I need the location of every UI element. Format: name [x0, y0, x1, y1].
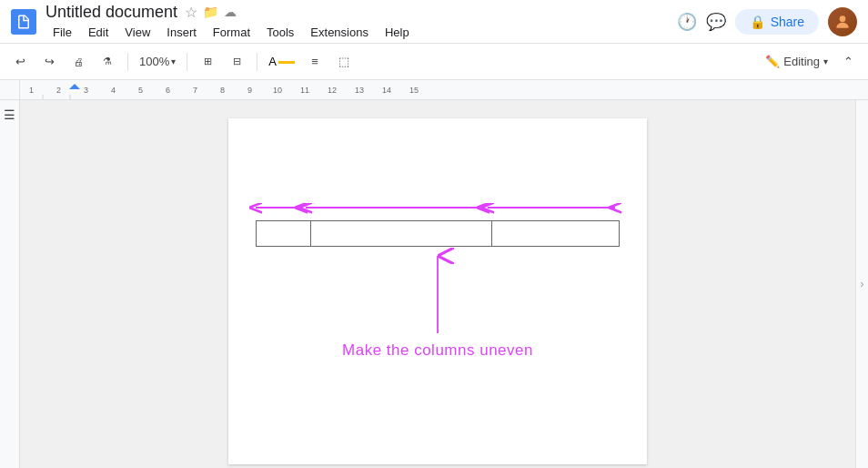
highlight-color-bar [278, 61, 295, 64]
editing-pencil-icon: ✏️ [765, 55, 780, 68]
toolbar-divider-3 [257, 53, 257, 71]
doc-title[interactable]: Untitled document [45, 3, 177, 22]
page: Make the columns uneven [228, 118, 647, 464]
menu-help[interactable]: Help [378, 24, 417, 41]
print-button[interactable]: 🖨 [66, 49, 91, 75]
doc-title-row: Untitled document ☆ 📁 ☁ [45, 3, 677, 22]
highlight-button[interactable]: A [265, 55, 298, 68]
menu-extensions[interactable]: Extensions [303, 24, 376, 41]
folder-icon[interactable]: 📁 [203, 5, 218, 19]
title-bar: Untitled document ☆ 📁 ☁ File Edit View I… [0, 0, 868, 44]
svg-text:7: 7 [193, 86, 197, 95]
share-button[interactable]: 🔒 Share [735, 9, 819, 35]
cloud-icon[interactable]: ☁ [224, 5, 237, 19]
svg-marker-19 [69, 84, 80, 89]
svg-text:8: 8 [220, 86, 225, 95]
menu-format[interactable]: Format [206, 24, 257, 41]
menu-insert[interactable]: Insert [159, 24, 204, 41]
svg-text:6: 6 [166, 86, 170, 95]
editing-chevron: ▾ [823, 56, 828, 66]
toolbar-divider-1 [127, 53, 128, 71]
svg-text:5: 5 [138, 86, 143, 95]
ruler: 1 2 3 4 5 6 7 8 9 10 11 12 13 14 15 [0, 80, 868, 100]
svg-text:11: 11 [300, 86, 309, 95]
svg-text:2: 2 [56, 86, 61, 95]
svg-text:15: 15 [409, 86, 419, 95]
comments-icon[interactable]: 💬 [706, 12, 726, 32]
svg-text:13: 13 [355, 86, 364, 95]
doc-view-button[interactable]: ⊞ [195, 49, 220, 75]
annotation-area: Make the columns uneven [256, 191, 620, 360]
table-cell-2 [310, 221, 491, 247]
avatar[interactable] [828, 7, 857, 36]
layout-button[interactable]: ⊟ [224, 49, 249, 75]
svg-text:10: 10 [273, 86, 282, 95]
undo-button[interactable]: ↩ [7, 49, 33, 75]
lock-icon: 🔒 [750, 15, 765, 29]
doc-table [256, 220, 620, 247]
doc-area: Make the columns uneven [20, 100, 855, 468]
menu-edit[interactable]: Edit [81, 24, 116, 41]
collapse-button[interactable]: ⌃ [835, 49, 861, 75]
svg-point-0 [840, 15, 846, 22]
toolbar-divider-2 [187, 53, 187, 71]
redo-button[interactable]: ↪ [36, 49, 62, 75]
zoom-value: 100% [139, 55, 169, 68]
up-arrow-svg [419, 247, 456, 338]
editing-mode-selector[interactable]: ✏️ Editing ▾ [765, 55, 828, 68]
doc-icon [11, 9, 36, 35]
menu-bar: File Edit View Insert Format Tools Exten… [45, 24, 677, 41]
history-icon[interactable]: 🕐 [677, 12, 697, 32]
table-cell-1 [257, 221, 311, 247]
svg-text:14: 14 [382, 86, 391, 95]
annotation-text: Make the columns uneven [342, 341, 533, 360]
svg-text:4: 4 [111, 86, 116, 95]
right-chevron-icon: › [861, 278, 864, 290]
align-left-button[interactable]: ≡ [302, 49, 328, 75]
svg-text:1: 1 [29, 86, 34, 95]
main-area: ☰ [0, 100, 868, 468]
column-arrows-svg [251, 191, 624, 220]
zoom-chevron: ▾ [171, 56, 176, 66]
share-label: Share [771, 15, 804, 29]
outline-icon[interactable]: ☰ [4, 107, 15, 122]
title-icons: ☆ 📁 ☁ [185, 4, 237, 21]
table-cell-3 [492, 221, 620, 247]
zoom-selector[interactable]: 100% ▾ [136, 55, 179, 68]
side-panel: ☰ [0, 100, 20, 468]
format-paint-button[interactable]: ⚗ [95, 49, 120, 75]
menu-file[interactable]: File [45, 24, 79, 41]
svg-text:9: 9 [247, 86, 252, 95]
ruler-content: 1 2 3 4 5 6 7 8 9 10 11 12 13 14 15 [20, 80, 868, 99]
menu-tools[interactable]: Tools [259, 24, 301, 41]
star-icon[interactable]: ☆ [185, 4, 197, 21]
editing-label: Editing [783, 55, 820, 68]
svg-text:3: 3 [84, 86, 88, 95]
menu-view[interactable]: View [117, 24, 157, 41]
align-right-button[interactable]: ⬚ [331, 49, 357, 75]
right-handle[interactable]: › [855, 100, 868, 468]
table-row [257, 221, 620, 247]
title-area: Untitled document ☆ 📁 ☁ File Edit View I… [45, 3, 677, 41]
toolbar: ↩ ↪ 🖨 ⚗ 100% ▾ ⊞ ⊟ A ≡ ⬚ ✏️ Editing ▾ ⌃ [0, 44, 868, 80]
title-actions: 🕐 💬 🔒 Share [677, 7, 857, 36]
ruler-left [0, 80, 20, 99]
svg-text:12: 12 [328, 86, 337, 95]
highlight-icon: A [268, 55, 277, 68]
